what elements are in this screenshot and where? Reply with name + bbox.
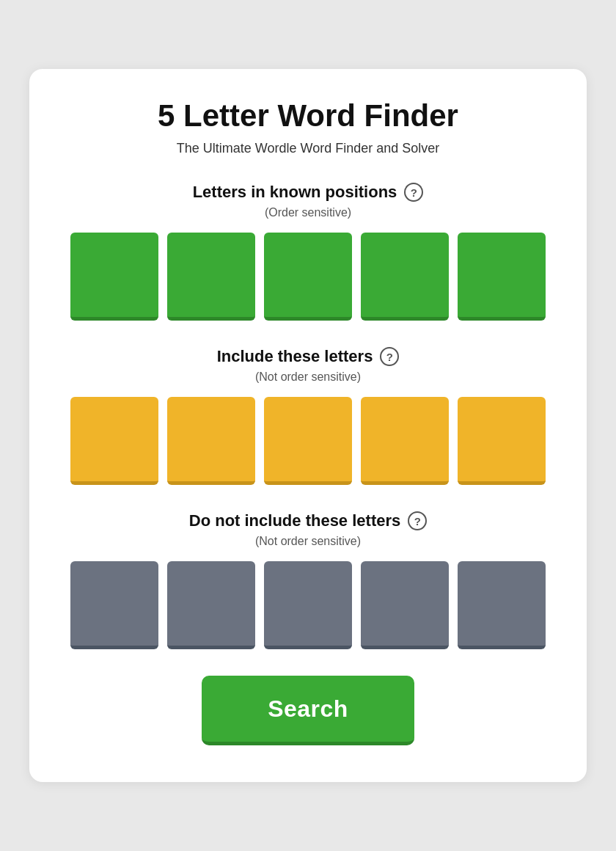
exclude-tile-1[interactable]	[70, 561, 158, 649]
page-subtitle: The Ultimate Wordle Word Finder and Solv…	[66, 141, 550, 156]
exclude-tile-4[interactable]	[361, 561, 449, 649]
include-letters-section: Include these letters ? (Not order sensi…	[66, 347, 550, 485]
include-letters-title: Include these letters	[217, 347, 373, 366]
include-tile-2[interactable]	[167, 397, 255, 485]
exclude-letters-tiles	[66, 561, 550, 649]
known-tile-4[interactable]	[361, 233, 449, 321]
include-letters-tiles	[66, 397, 550, 485]
include-tile-1[interactable]	[70, 397, 158, 485]
exclude-tile-3[interactable]	[264, 561, 352, 649]
known-positions-section: Letters in known positions ? (Order sens…	[66, 183, 550, 321]
include-tile-5[interactable]	[458, 397, 546, 485]
include-tile-3[interactable]	[264, 397, 352, 485]
main-card: 5 Letter Word Finder The Ultimate Wordle…	[29, 69, 587, 782]
known-tile-1[interactable]	[70, 233, 158, 321]
exclude-letters-title: Do not include these letters	[189, 511, 401, 530]
known-positions-subtitle: (Order sensitive)	[66, 206, 550, 219]
exclude-tile-5[interactable]	[458, 561, 546, 649]
exclude-letters-subtitle: (Not order sensitive)	[66, 535, 550, 548]
known-positions-tiles	[66, 233, 550, 321]
include-letters-help-icon[interactable]: ?	[380, 347, 399, 366]
page-title: 5 Letter Word Finder	[66, 98, 550, 134]
exclude-letters-header: Do not include these letters ?	[66, 511, 550, 530]
exclude-tile-2[interactable]	[167, 561, 255, 649]
include-letters-subtitle: (Not order sensitive)	[66, 370, 550, 384]
exclude-letters-help-icon[interactable]: ?	[408, 511, 427, 530]
known-positions-header: Letters in known positions ?	[66, 183, 550, 202]
include-letters-header: Include these letters ?	[66, 347, 550, 366]
search-button[interactable]: Search	[202, 676, 414, 745]
known-positions-help-icon[interactable]: ?	[404, 183, 423, 202]
known-tile-5[interactable]	[458, 233, 546, 321]
include-tile-4[interactable]	[361, 397, 449, 485]
known-positions-title: Letters in known positions	[193, 183, 397, 202]
known-tile-3[interactable]	[264, 233, 352, 321]
exclude-letters-section: Do not include these letters ? (Not orde…	[66, 511, 550, 649]
known-tile-2[interactable]	[167, 233, 255, 321]
